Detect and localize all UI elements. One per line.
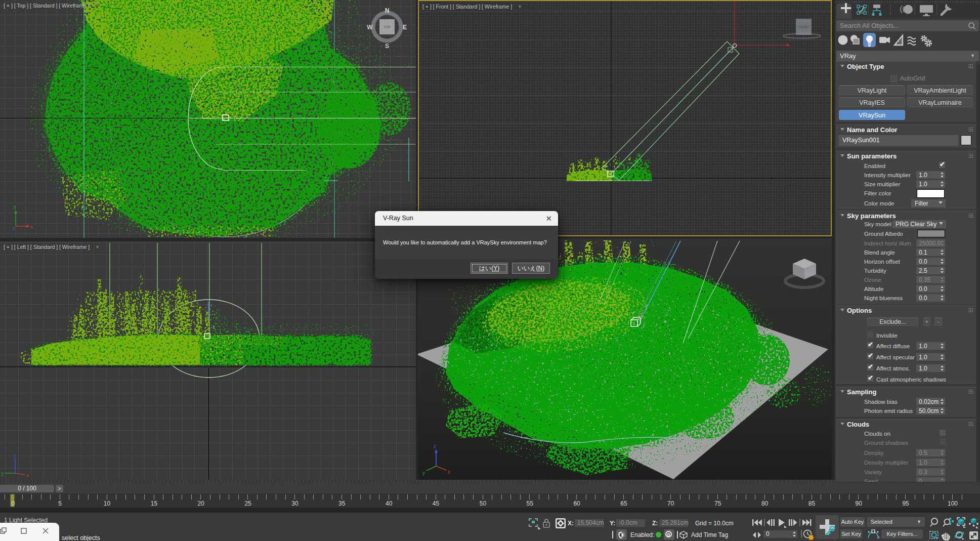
svg-text:x: x	[641, 313, 643, 318]
svg-text:z: z	[643, 324, 645, 328]
svg-text:N: N	[385, 7, 390, 14]
svg-text:TOP: TOP	[384, 25, 391, 29]
svg-text:y: y	[632, 311, 634, 315]
svg-text:FRONT: FRONT	[798, 25, 809, 29]
svg-text:x: x	[30, 224, 33, 230]
svg-text:z: z	[14, 453, 16, 459]
svg-text:W: W	[367, 24, 373, 31]
svg-text:E: E	[403, 24, 407, 31]
svg-text:x: x	[448, 469, 450, 475]
svg-text:y: y	[422, 470, 425, 476]
svg-text:z: z	[434, 443, 436, 449]
svg-text:S: S	[385, 43, 389, 50]
svg-text:z: z	[212, 324, 215, 329]
svg-text:y: y	[14, 204, 16, 210]
svg-text:x: x	[26, 473, 29, 478]
svg-text:z: z	[13, 226, 15, 231]
svg-text:y: y	[1, 471, 4, 476]
